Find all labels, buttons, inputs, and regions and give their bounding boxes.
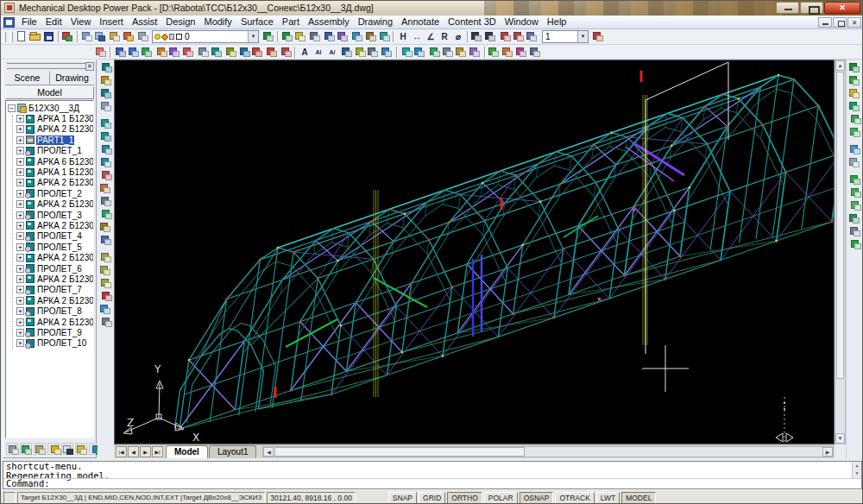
expand-icon[interactable]: + [16,115,24,123]
extrude-icon[interactable] [99,117,113,130]
toggle-ortho[interactable]: ORTHO [447,492,482,504]
command-scrollbar[interactable]: ▲▼ [852,462,861,479]
select-filter-icon[interactable] [94,46,108,59]
tab-model[interactable]: Model [166,445,208,458]
tree-item[interactable]: +ПРОЛЕТ_6 [8,263,93,274]
model-tree[interactable]: −Б12X30__3Д+АРКА 1 Б1230_1+АРКА 2 Б1230_… [5,100,94,438]
power-edit-icon[interactable] [591,30,605,43]
tree-item-selected[interactable]: +PART1_1 [8,135,93,145]
dimension-angular-icon[interactable]: ∠ [424,30,438,43]
tab-layout1[interactable]: Layout1 [209,445,257,458]
tree-item[interactable]: +ПРОЛЕТ_1 [8,146,93,156]
mirror-icon[interactable] [168,46,182,59]
named-ucs-icon[interactable] [469,46,482,59]
menu-help[interactable]: Help [543,16,571,29]
copy-clip-icon[interactable] [94,30,108,43]
expand-icon[interactable]: + [16,339,24,347]
tree-item[interactable]: +ПРОЛЕТ_10 [8,338,93,349]
menu-surface[interactable]: Surface [236,16,278,29]
menu-view[interactable]: View [66,16,96,29]
tree-item[interactable]: +ПРОЛЕТ_2 [8,188,93,198]
tree-item[interactable]: +ПРОЛЕТ_7 [8,285,93,295]
materials-library-icon[interactable] [848,113,862,126]
profile-icon[interactable] [99,87,113,100]
tree-item[interactable]: +АРКА 2 Б1230_7 [8,274,93,284]
select-icon[interactable] [20,443,32,455]
copy-object-icon[interactable] [113,46,127,59]
expand-icon[interactable]: + [16,329,24,337]
menu-assist[interactable]: Assist [128,16,161,29]
scroll-left-icon[interactable]: ◀ [263,447,274,457]
last-tab-icon[interactable]: ▶| [152,446,163,457]
clipboard-icon[interactable] [34,443,46,455]
materials-icon[interactable] [848,100,862,113]
scroll-right-icon[interactable]: ▶ [822,447,833,457]
loft-icon[interactable] [99,156,113,169]
3d-views-icon[interactable] [377,30,391,43]
menu-modify[interactable]: Modify [199,16,236,29]
expand-icon[interactable]: + [16,125,24,133]
toggle-model[interactable]: MODEL [621,492,656,504]
menu-design[interactable]: Design [161,16,199,29]
expand-icon[interactable]: + [16,286,24,293]
3d-orbit-icon[interactable] [400,46,413,59]
expand-icon[interactable]: + [16,200,24,208]
menu-assembly[interactable]: Assembly [304,16,354,29]
pan-realtime-icon[interactable] [294,30,308,43]
sketch-dimension-icon[interactable] [99,100,113,113]
rotate-icon[interactable] [141,46,154,59]
dimension-diameter-icon[interactable]: ⌀ [451,30,465,43]
menu-content-3d[interactable]: Content 3D [444,16,501,29]
ucs-icon[interactable] [455,46,469,59]
scroll-up-icon[interactable]: ▲ [835,60,845,71]
toggle-otrack[interactable]: OTRACK [555,492,594,504]
work-plane-icon[interactable] [99,251,113,264]
tree-item[interactable]: +ПРОЛЕТ_3 [8,210,93,220]
trash-icon[interactable] [47,443,60,455]
horizontal-scroll-thumb[interactable] [274,447,525,457]
next-tab-icon[interactable]: ▶ [140,446,151,457]
toggle-snap[interactable]: SNAP [388,492,417,504]
expand-icon[interactable]: + [16,243,24,251]
interference-check-icon[interactable] [515,46,529,59]
scenes-icon[interactable] [848,74,862,87]
expand-icon[interactable]: + [16,318,24,326]
redo-icon[interactable] [280,30,294,43]
new-sketch-icon[interactable] [99,74,113,87]
expand-icon[interactable]: + [16,275,24,283]
scene-new-icon[interactable] [488,46,501,59]
minimize-button[interactable] [776,2,799,14]
expand-icon[interactable]: + [16,211,24,219]
tree-item[interactable]: +ПРОЛЕТ_9 [8,327,93,337]
panel-grip[interactable] [7,62,92,69]
update-part-icon[interactable] [99,290,113,303]
mdt-today-icon[interactable] [61,30,75,43]
highlight-icon[interactable] [75,443,87,455]
dimension-edit-icon[interactable] [498,30,512,43]
chamfer-feature-icon[interactable] [99,182,113,195]
dimension-baseline-icon[interactable] [470,30,484,43]
fillet-feature-icon[interactable] [99,169,113,182]
pattern-icon[interactable] [99,234,113,247]
expand-icon[interactable]: + [16,179,24,186]
part-visibility-icon[interactable] [99,303,113,316]
drawing-viewport[interactable]: YXZ [114,60,835,444]
tree-item[interactable]: +АРКА 2 Б1230_8 [8,295,93,306]
tree-item[interactable]: +АРКА 2 Б1230_9 [8,317,93,327]
filter-icon[interactable] [61,443,73,455]
sweep-icon[interactable] [99,143,113,156]
tab-drawing[interactable]: Drawing [50,72,94,85]
tree-item[interactable]: +АРКА 2 Б1230_6 [8,252,93,262]
line-icon[interactable] [210,46,224,59]
menu-edit[interactable]: Edit [41,16,66,29]
tree-item[interactable]: +АРКА 1 Б1230_1 [8,113,93,123]
maximize-button[interactable] [800,2,823,14]
tab-model-view[interactable]: Model [5,86,94,99]
text-single-icon[interactable]: A [298,46,312,59]
expand-icon[interactable]: + [16,168,24,176]
expand-icon[interactable]: + [16,307,24,315]
paste-clip-icon[interactable] [108,30,122,43]
expand-icon[interactable]: + [16,190,24,198]
block-insert-icon[interactable] [381,46,394,59]
break-icon[interactable] [279,46,293,59]
